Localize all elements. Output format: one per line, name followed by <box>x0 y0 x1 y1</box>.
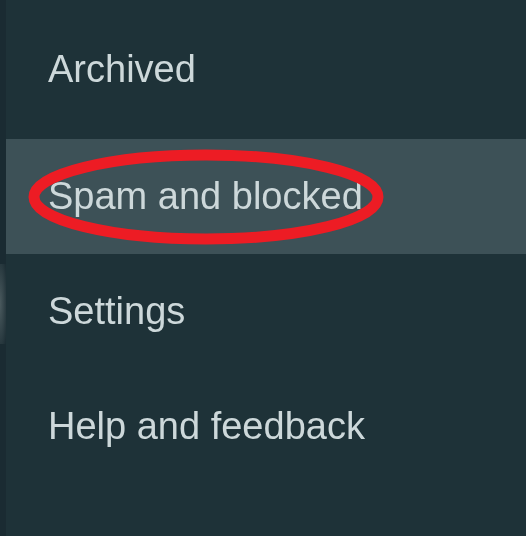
menu-item-label: Spam and blocked <box>48 175 363 217</box>
menu-item-label: Settings <box>48 290 185 332</box>
menu-item-spam-and-blocked[interactable]: Spam and blocked <box>6 139 526 254</box>
menu-item-archived[interactable]: Archived <box>6 0 526 139</box>
menu-item-settings[interactable]: Settings <box>6 254 526 369</box>
navigation-drawer: Archived Spam and blocked Settings Help … <box>6 0 526 536</box>
menu-item-help-and-feedback[interactable]: Help and feedback <box>6 369 526 484</box>
menu-item-label: Help and feedback <box>48 405 365 447</box>
menu-item-label: Archived <box>48 48 196 90</box>
